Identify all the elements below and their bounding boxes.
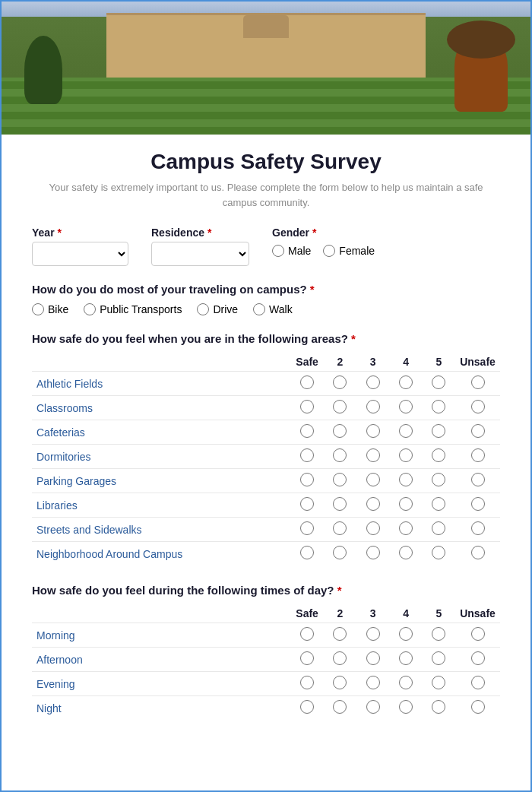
time-radio-3-3[interactable] xyxy=(366,700,380,714)
residence-select[interactable]: On Campus Off Campus xyxy=(151,242,249,266)
area-radio-2-5[interactable] xyxy=(432,424,445,438)
time-radio-1-6[interactable] xyxy=(471,651,485,665)
area-radio-7-6[interactable] xyxy=(471,546,485,559)
travel-bike-option[interactable]: Bike xyxy=(32,303,68,315)
times-col-5: 5 xyxy=(423,604,455,623)
time-radio-2-5[interactable] xyxy=(432,676,445,689)
travel-bike-radio[interactable] xyxy=(32,303,44,315)
time-radio-2-6[interactable] xyxy=(471,676,485,689)
area-radio-3-6[interactable] xyxy=(471,448,485,462)
area-radio-1-6[interactable] xyxy=(471,400,485,413)
area-radio-4-4[interactable] xyxy=(399,473,413,486)
time-radio-2-4[interactable] xyxy=(399,676,413,689)
area-radio-4-1[interactable] xyxy=(300,473,314,486)
times-safety-section: How safe do you feel during the followin… xyxy=(32,584,500,720)
time-radio-3-2[interactable] xyxy=(333,700,347,714)
gender-male-option[interactable]: Male xyxy=(272,245,311,257)
areas-rating-table: Safe 2 3 4 5 Unsafe Athletic FieldsClass… xyxy=(32,353,500,565)
time-radio-0-4[interactable] xyxy=(399,627,413,641)
area-radio-7-3[interactable] xyxy=(366,546,380,559)
area-radio-0-3[interactable] xyxy=(366,375,380,389)
areas-required-marker: * xyxy=(351,332,356,345)
area-radio-3-2[interactable] xyxy=(333,448,347,462)
area-radio-1-5[interactable] xyxy=(432,400,445,413)
area-radio-7-1[interactable] xyxy=(300,546,314,559)
area-radio-4-3[interactable] xyxy=(366,473,380,486)
area-radio-3-4[interactable] xyxy=(399,448,413,462)
area-radio-4-2[interactable] xyxy=(333,473,347,486)
time-name-3: Night xyxy=(32,696,290,721)
area-radio-2-2[interactable] xyxy=(333,424,347,438)
areas-col-unsafe: Unsafe xyxy=(455,353,500,372)
area-radio-3-3[interactable] xyxy=(366,448,380,462)
transport-options: Bike Public Transports Drive Walk xyxy=(32,303,500,315)
travel-drive-radio[interactable] xyxy=(197,303,209,315)
time-radio-3-1[interactable] xyxy=(300,700,314,714)
area-radio-5-3[interactable] xyxy=(366,497,380,511)
time-radio-3-6[interactable] xyxy=(471,700,485,714)
area-radio-0-1[interactable] xyxy=(300,375,314,389)
travel-walk-radio[interactable] xyxy=(253,303,265,315)
travel-drive-option[interactable]: Drive xyxy=(197,303,238,315)
area-radio-7-4[interactable] xyxy=(399,546,413,559)
area-radio-2-4[interactable] xyxy=(399,424,413,438)
area-name-7: Neighborhood Around Campus xyxy=(32,542,290,566)
area-radio-5-5[interactable] xyxy=(432,497,445,511)
travel-walk-option[interactable]: Walk xyxy=(253,303,293,315)
area-radio-4-5[interactable] xyxy=(432,473,445,486)
year-select[interactable]: Freshman Sophomore Junior Senior Graduat… xyxy=(32,242,128,266)
area-radio-6-2[interactable] xyxy=(333,521,347,535)
time-radio-0-6[interactable] xyxy=(471,627,485,641)
area-radio-1-4[interactable] xyxy=(399,400,413,413)
area-radio-1-3[interactable] xyxy=(366,400,380,413)
area-radio-6-3[interactable] xyxy=(366,521,380,535)
gender-female-radio[interactable] xyxy=(323,245,335,257)
time-radio-1-4[interactable] xyxy=(399,651,413,665)
table-row: Classrooms xyxy=(32,396,500,420)
time-radio-3-4[interactable] xyxy=(399,700,413,714)
area-radio-5-2[interactable] xyxy=(333,497,347,511)
area-radio-6-1[interactable] xyxy=(300,521,314,535)
table-row: Cafeterias xyxy=(32,420,500,445)
area-radio-7-5[interactable] xyxy=(432,546,445,559)
area-radio-2-6[interactable] xyxy=(471,424,485,438)
time-radio-2-3[interactable] xyxy=(366,676,380,689)
time-radio-1-1[interactable] xyxy=(300,651,314,665)
travel-publictransports-radio[interactable] xyxy=(84,303,96,315)
time-radio-0-5[interactable] xyxy=(432,627,445,641)
time-radio-1-2[interactable] xyxy=(333,651,347,665)
area-radio-0-5[interactable] xyxy=(432,375,445,389)
area-radio-2-3[interactable] xyxy=(366,424,380,438)
time-radio-2-2[interactable] xyxy=(333,676,347,689)
area-radio-5-4[interactable] xyxy=(399,497,413,511)
time-radio-1-5[interactable] xyxy=(432,651,445,665)
time-radio-0-3[interactable] xyxy=(366,627,380,641)
area-name-1: Classrooms xyxy=(32,396,290,420)
time-radio-1-3[interactable] xyxy=(366,651,380,665)
times-col-unsafe: Unsafe xyxy=(455,604,500,623)
area-radio-5-6[interactable] xyxy=(471,497,485,511)
travel-section: How do you do most of your traveling on … xyxy=(32,283,500,315)
gender-female-option[interactable]: Female xyxy=(323,245,375,257)
area-radio-0-6[interactable] xyxy=(471,375,485,389)
area-radio-7-2[interactable] xyxy=(333,546,347,559)
area-radio-6-6[interactable] xyxy=(471,521,485,535)
area-radio-2-1[interactable] xyxy=(300,424,314,438)
area-radio-6-4[interactable] xyxy=(399,521,413,535)
area-radio-3-5[interactable] xyxy=(432,448,445,462)
area-radio-0-4[interactable] xyxy=(399,375,413,389)
travel-publictransports-option[interactable]: Public Transports xyxy=(84,303,182,315)
area-radio-6-5[interactable] xyxy=(432,521,445,535)
time-radio-2-1[interactable] xyxy=(300,676,314,689)
area-radio-3-1[interactable] xyxy=(300,448,314,462)
area-radio-1-1[interactable] xyxy=(300,400,314,413)
time-radio-0-2[interactable] xyxy=(333,627,347,641)
area-radio-0-2[interactable] xyxy=(333,375,347,389)
time-radio-0-1[interactable] xyxy=(300,627,314,641)
area-radio-1-2[interactable] xyxy=(333,400,347,413)
area-radio-5-1[interactable] xyxy=(300,497,314,511)
gender-male-radio[interactable] xyxy=(272,245,284,257)
travel-drive-label: Drive xyxy=(213,303,238,315)
area-radio-4-6[interactable] xyxy=(471,473,485,486)
time-radio-3-5[interactable] xyxy=(432,700,445,714)
